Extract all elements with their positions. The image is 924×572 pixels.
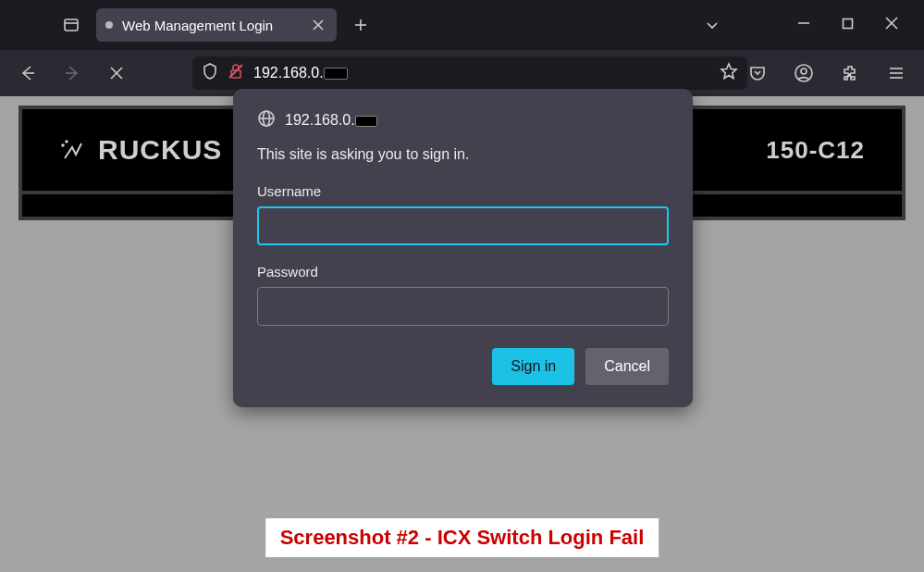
password-label: Password — [257, 264, 669, 280]
redacted-segment — [324, 68, 348, 80]
username-input[interactable] — [257, 206, 669, 245]
dialog-host-row: 192.168.0. — [257, 109, 669, 131]
svg-marker-16 — [721, 64, 736, 79]
window-maximize-button[interactable] — [842, 17, 854, 33]
signin-button[interactable]: Sign in — [492, 348, 574, 385]
new-tab-button[interactable] — [344, 8, 377, 42]
redacted-segment — [355, 116, 377, 127]
pocket-button[interactable] — [743, 58, 772, 88]
cancel-button[interactable]: Cancel — [585, 348, 669, 385]
tabs-list-button[interactable] — [704, 0, 721, 50]
svg-rect-7 — [844, 19, 853, 29]
extensions-button[interactable] — [835, 58, 865, 88]
annotation-caption: Screenshot #2 - ICX Switch Login Fail — [265, 518, 659, 557]
address-bar[interactable]: 192.168.0. — [192, 56, 747, 90]
tab-title: Web Management Login — [122, 18, 300, 33]
sidebar-panel-button[interactable] — [55, 9, 87, 41]
forward-button — [57, 58, 87, 88]
bookmark-button[interactable] — [720, 62, 738, 84]
browser-tab[interactable]: Web Management Login — [96, 8, 337, 42]
caption-text: Screenshot #2 - ICX Switch Login Fail — [280, 526, 645, 549]
brand-name: RUCKUS — [98, 134, 222, 166]
account-button[interactable] — [789, 58, 819, 88]
auth-dialog: 192.168.0. This site is asking you to si… — [233, 89, 693, 407]
username-label: Username — [257, 183, 669, 199]
insecure-lock-icon[interactable] — [228, 62, 244, 84]
svg-point-18 — [801, 68, 807, 74]
svg-rect-0 — [65, 19, 78, 31]
back-button[interactable] — [13, 58, 43, 88]
svg-point-22 — [66, 141, 68, 143]
url-text: 192.168.0. — [253, 65, 348, 81]
dialog-message: This site is asking you to sign in. — [257, 146, 669, 163]
tab-loading-icon — [105, 21, 113, 29]
tab-close-button[interactable] — [309, 16, 327, 34]
stop-button[interactable] — [102, 58, 131, 88]
window-close-button[interactable] — [885, 17, 898, 33]
tab-strip: Web Management Login — [0, 0, 924, 50]
device-model: 150-C12 — [766, 136, 865, 165]
tracking-protection-icon[interactable] — [202, 62, 218, 84]
brand-logo: RUCKUS — [59, 134, 222, 166]
password-input[interactable] — [257, 287, 669, 326]
app-menu-button[interactable] — [881, 58, 911, 88]
svg-point-23 — [62, 144, 64, 146]
dialog-host: 192.168.0. — [285, 112, 377, 129]
globe-icon — [257, 109, 276, 131]
window-minimize-button[interactable] — [797, 17, 810, 33]
